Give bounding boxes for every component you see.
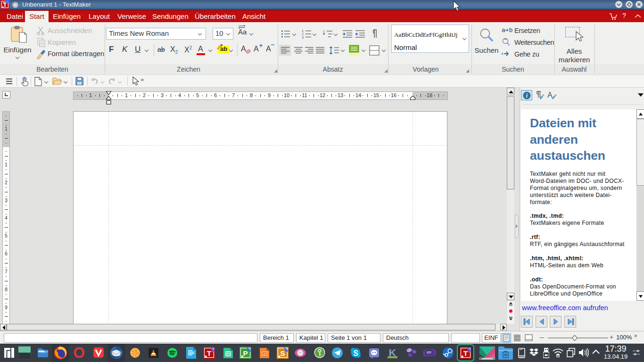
svg-text:S: S	[280, 349, 285, 357]
svg-text:P: P	[243, 349, 248, 357]
svg-text:S: S	[353, 349, 358, 357]
svg-text:T: T	[207, 349, 211, 357]
svg-text:T: T	[463, 349, 468, 357]
svg-text:1: 1	[323, 29, 325, 33]
svg-text:3: 3	[302, 35, 304, 39]
